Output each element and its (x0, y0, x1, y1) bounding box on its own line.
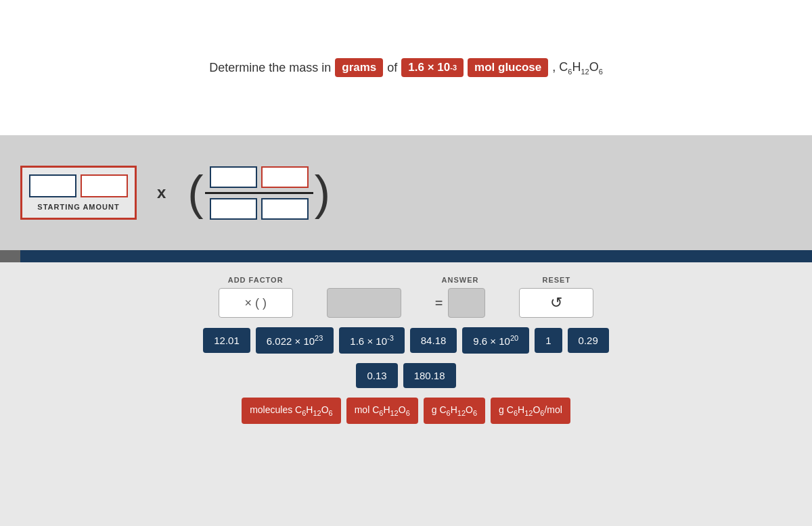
paren-left: ( (187, 169, 203, 216)
badge-mol-glucose: mol glucose (468, 58, 548, 77)
fraction-numerator-row (210, 164, 309, 191)
answer-box[interactable] (448, 288, 485, 318)
unit-btn-molecules[interactable]: molecules C6H12O6 (242, 398, 341, 424)
problem-prefix: Determine the mass in (209, 61, 331, 75)
num-btn-9-6e20[interactable]: 9.6 × 1020 (462, 327, 529, 354)
problem-formula: , C6H12O6 (552, 60, 603, 76)
unit-buttons-row: molecules C6H12O6 mol C6H12O6 g C6H12O6 … (242, 398, 570, 424)
badge-grams: grams (335, 58, 383, 77)
number-buttons-row1: 12.01 6.022 × 1023 1.6 × 10-3 84.18 9.6 … (203, 327, 609, 354)
starting-amount-value[interactable] (29, 174, 76, 197)
fraction-denominator-value[interactable] (210, 198, 257, 220)
answer-group-container: ANSWER = (435, 276, 486, 318)
num-btn-12-01[interactable]: 12.01 (203, 328, 250, 353)
fraction-divider (205, 192, 313, 194)
top-section: Determine the mass in grams of 1.6 × 10-… (0, 0, 812, 135)
reset-label: RESET (543, 276, 571, 284)
equals-sign: = (435, 295, 443, 311)
add-factor-group: ADD FACTOR × ( ) (219, 276, 293, 318)
unit-btn-mol[interactable]: mol C6H12O6 (346, 398, 418, 424)
num-btn-avogadro[interactable]: 6.022 × 1023 (256, 327, 334, 354)
fraction-numerator-value[interactable] (210, 166, 257, 188)
fraction-numerator-unit[interactable] (261, 166, 309, 188)
starting-amount-inputs (29, 174, 128, 197)
multiply-sign: x (157, 183, 166, 202)
fraction-denominator-unit[interactable] (261, 198, 309, 220)
add-factor-text: × ( ) (244, 296, 267, 310)
fraction-box (205, 164, 313, 222)
add-factor-label: ADD FACTOR (228, 276, 284, 284)
num-btn-1-6e-3[interactable]: 1.6 × 10-3 (339, 327, 404, 354)
starting-amount-unit[interactable] (81, 174, 128, 197)
reset-icon: ↺ (550, 294, 562, 312)
starting-amount-label: STARTING AMOUNT (37, 203, 119, 211)
num-btn-84-18[interactable]: 84.18 (410, 328, 457, 353)
num-btn-0-13[interactable]: 0.13 (356, 363, 397, 388)
starting-amount-box: STARTING AMOUNT (20, 166, 137, 220)
dark-bar (0, 250, 812, 262)
num-btn-0-29[interactable]: 0.29 (568, 328, 609, 353)
blank-input[interactable] (327, 288, 401, 318)
add-factor-button[interactable]: × ( ) (219, 288, 293, 318)
reset-button[interactable]: ↺ (519, 288, 593, 318)
fraction-container: ( ) (186, 164, 332, 222)
problem-of: of (387, 61, 397, 75)
blank-group (327, 288, 401, 318)
num-btn-180-18[interactable]: 180.18 (403, 363, 456, 388)
unit-btn-g[interactable]: g C6H12O6 (424, 398, 485, 424)
number-buttons-row2: 0.13 180.18 (356, 363, 455, 388)
fraction-denominator-row (210, 195, 309, 222)
problem-statement: Determine the mass in grams of 1.6 × 10-… (209, 58, 603, 77)
unit-btn-g-per-mol[interactable]: g C6H12O6/mol (491, 398, 570, 424)
paren-right: ) (315, 169, 330, 216)
reset-group: RESET ↺ (519, 276, 593, 318)
badge-value: 1.6 × 10-3 (401, 58, 464, 77)
calc-section: ADD FACTOR × ( ) ANSWER = RESET ↺ 12.01 … (0, 262, 812, 444)
answer-label: ANSWER (442, 276, 479, 284)
num-btn-1[interactable]: 1 (535, 328, 562, 353)
answer-eq-group: = (435, 288, 486, 318)
middle-section: STARTING AMOUNT x ( ) (0, 135, 812, 250)
